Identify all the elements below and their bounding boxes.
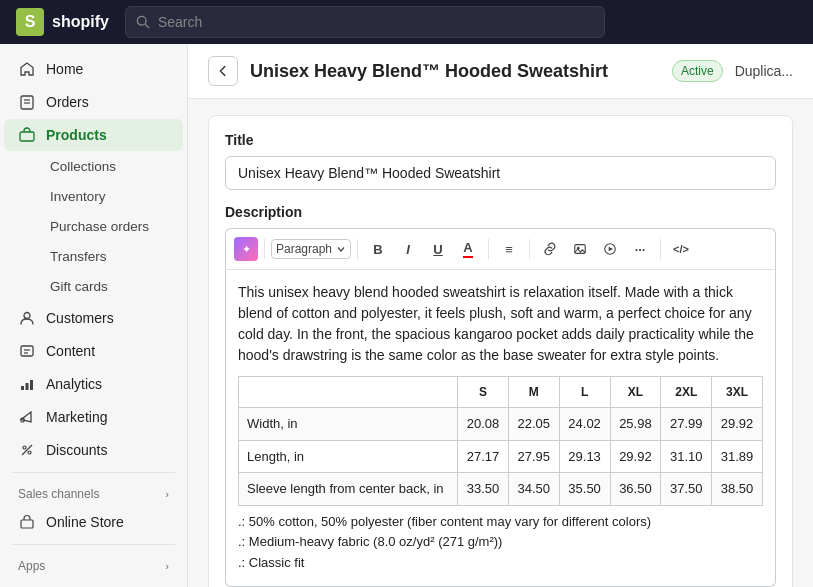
svg-rect-12 [30,380,33,390]
sidebar-divider-1 [12,472,175,473]
svg-point-15 [28,451,31,454]
discounts-icon [18,441,36,459]
products-icon [18,126,36,144]
sidebar-item-inventory[interactable]: Inventory [36,182,183,211]
sidebar-item-orders-label: Orders [46,94,89,110]
logo-icon: S [16,8,44,36]
status-badge: Active [672,60,723,82]
toolbar-sep-2 [357,239,358,259]
sidebar: Home Orders Products Collections Invento… [0,44,188,587]
svg-point-0 [137,16,146,25]
video-button[interactable] [596,235,624,263]
paragraph-select[interactable]: Paragraph [271,239,351,259]
toolbar-sep-1 [264,239,265,259]
sidebar-item-analytics[interactable]: Analytics [4,368,183,400]
apps-label: Apps › [0,551,187,577]
sidebar-item-discounts[interactable]: Discounts [4,434,183,466]
orders-icon [18,93,36,111]
back-button[interactable] [208,56,238,86]
editor-body[interactable]: This unisex heavy blend hooded sweatshir… [225,270,776,587]
sidebar-item-customers[interactable]: Customers [4,302,183,334]
sidebar-item-analytics-label: Analytics [46,376,102,392]
image-button[interactable] [566,235,594,263]
logo: S shopify [16,8,109,36]
sidebar-item-purchase-orders[interactable]: Purchase orders [36,212,183,241]
bullet-list: 50% cotton, 50% polyester (fiber content… [238,512,763,574]
content-icon [18,342,36,360]
sidebar-item-online-store[interactable]: Online Store [4,506,183,538]
bold-button[interactable]: B [364,235,392,263]
sidebar-item-transfers[interactable]: Transfers [36,242,183,271]
sidebar-item-content-label: Content [46,343,95,359]
sidebar-item-content[interactable]: Content [4,335,183,367]
link-button[interactable] [536,235,564,263]
customers-icon [18,309,36,327]
page-body: Title Description ✦ Paragraph B I U [188,99,813,587]
svg-point-14 [23,446,26,449]
marketing-icon [18,408,36,426]
sidebar-item-products-label: Products [46,127,107,143]
page-title: Unisex Heavy Blend™ Hooded Sweatshirt [250,61,660,82]
back-icon [216,64,230,78]
toolbar-sep-3 [488,239,489,259]
search-icon [136,15,150,29]
sidebar-item-marketing-label: Marketing [46,409,107,425]
sidebar-item-inventory-label: Inventory [50,189,106,204]
sales-channels-label: Sales channels › [0,479,187,505]
home-icon [18,60,36,78]
sidebar-item-discounts-label: Discounts [46,442,107,458]
editor-toolbar: ✦ Paragraph B I U A ≡ [225,228,776,270]
svg-point-6 [24,313,30,319]
product-details-card: Title Description ✦ Paragraph B I U [208,115,793,587]
sidebar-item-home-label: Home [46,61,83,77]
sidebar-item-purchase-orders-label: Purchase orders [50,219,149,234]
video-icon [603,242,617,256]
image-icon [573,242,587,256]
svg-rect-10 [21,386,24,390]
italic-button[interactable]: I [394,235,422,263]
magic-toolbar-button[interactable]: ✦ [234,237,258,261]
sidebar-item-gift-cards-label: Gift cards [50,279,108,294]
store-icon [18,513,36,531]
sidebar-item-gift-cards[interactable]: Gift cards [36,272,183,301]
sidebar-item-orders[interactable]: Orders [4,86,183,118]
search-input[interactable] [158,14,594,30]
search-bar[interactable] [125,6,605,38]
size-table: SMLXL2XL3XLWidth, in20.0822.0524.0225.98… [238,376,763,506]
sidebar-item-online-store-label: Online Store [46,514,124,530]
svg-rect-11 [26,383,29,390]
duplicate-button[interactable]: Duplica... [735,63,793,79]
title-field-label: Title [225,132,776,148]
svg-rect-5 [20,132,34,141]
page-header: Unisex Heavy Blend™ Hooded Sweatshirt Ac… [188,44,813,99]
main-content: Unisex Heavy Blend™ Hooded Sweatshirt Ac… [188,44,813,587]
code-button[interactable]: </> [667,235,695,263]
description-text: This unisex heavy blend hooded sweatshir… [238,282,763,366]
sidebar-item-lulu-direct[interactable]: ◆ Lulu Direct [4,578,183,587]
chevron-right-icon: › [165,488,169,500]
sidebar-item-customers-label: Customers [46,310,114,326]
svg-rect-17 [21,520,33,528]
description-field-label: Description [225,204,776,220]
sidebar-divider-2 [12,544,175,545]
align-button[interactable]: ≡ [495,235,523,263]
more-button[interactable]: ··· [626,235,654,263]
chevron-right-icon-2: › [165,560,169,572]
logo-text: shopify [52,13,109,31]
sidebar-item-transfers-label: Transfers [50,249,107,264]
toolbar-sep-5 [660,239,661,259]
sidebar-item-collections-label: Collections [50,159,116,174]
sidebar-item-products[interactable]: Products [4,119,183,151]
svg-rect-7 [21,346,33,356]
text-color-button[interactable]: A [454,235,482,263]
sidebar-item-home[interactable]: Home [4,53,183,85]
topbar: S shopify [0,0,813,44]
toolbar-sep-4 [529,239,530,259]
underline-button[interactable]: U [424,235,452,263]
sidebar-item-marketing[interactable]: Marketing [4,401,183,433]
sidebar-item-collections[interactable]: Collections [36,152,183,181]
link-icon [543,242,557,256]
svg-line-1 [145,24,149,28]
chevron-down-icon [336,244,346,254]
title-input[interactable] [225,156,776,190]
